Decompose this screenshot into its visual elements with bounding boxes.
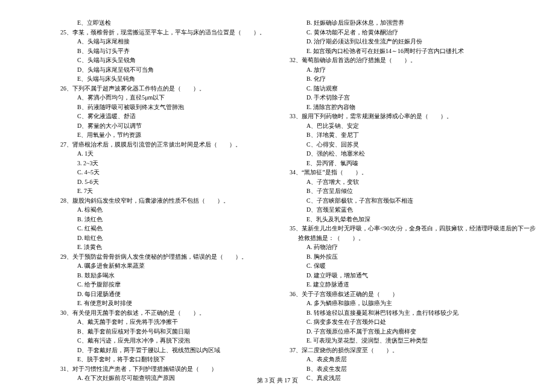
option-line: B. 鼓励多喝水 xyxy=(60,271,265,280)
option-line: D. 每日灌肠通便 xyxy=(60,289,265,299)
option-line: A、雾滴小而均匀，直径5μm以下 xyxy=(60,93,265,103)
option-line: D、手套戴好后，两手置于腰以上、视线范围以内区域 xyxy=(60,346,265,355)
question-line: 32、葡萄胎确诊后首选的治疗措施是（ ）。 xyxy=(290,55,536,65)
question-line: 33、服用下列药物时，需常规测量脉搏或心率的是（ ）。 xyxy=(290,112,536,121)
option-line: A. 1天 xyxy=(60,149,265,159)
option-line: D. 子宫颈原位癌不属于宫颈上皮内瘤样变 xyxy=(290,327,536,337)
option-line: B. 妊娠确诊后应卧床休息，加强营养 xyxy=(290,18,536,28)
option-line: D、头端与床尾呈锐不可当角 xyxy=(60,65,265,75)
option-line: D. 暗红色 xyxy=(60,233,265,243)
question-line: 37、深二度烧伤的损伤深度至（ ）。 xyxy=(290,346,536,355)
option-line: C、雾化液温暖、舒适 xyxy=(60,112,265,121)
option-line: E. 7天 xyxy=(60,186,265,196)
question-line: 29、关于预防盆骨骨折病人发生便秘的护理措施，错误的是（ ）。 xyxy=(60,252,265,262)
option-line: B、子宫呈后倾位 xyxy=(290,186,536,196)
option-line: B. 淡红色 xyxy=(60,215,265,224)
option-line: A. 放疗 xyxy=(290,65,536,75)
option-line: E、用氧量小，节约资源 xyxy=(60,130,265,140)
option-line: B. 转移途径以直接蔓延和淋巴转移为主，血行转移较少见 xyxy=(290,308,536,318)
option-line: C. 保暖 xyxy=(290,261,536,271)
option-line: C、头端与床头呈锐角 xyxy=(60,55,265,65)
option-line: B、表皮生发层 xyxy=(290,364,536,374)
option-line: B、洋地黄、奎尼丁 xyxy=(290,130,536,140)
option-line: D、雾量的大小可以调节 xyxy=(60,121,265,131)
option-line: A、戴无菌手套时，应先将手洗净擦干 xyxy=(60,317,265,327)
option-line: E. 淡黄色 xyxy=(60,242,265,252)
column-right: B. 妊娠确诊后应卧床休息，加强营养C. 黄体功能不足者，给黄体酮治疗D. 治疗… xyxy=(290,18,536,368)
option-line: 3. 2~3天 xyxy=(60,159,265,168)
column-left: E、立即送检25、李某，颈椎骨折，现需搬运至平车上，平车与床的适当位置是（ ）。… xyxy=(60,18,265,368)
option-line: E. 建立静脉通道 xyxy=(290,280,536,289)
option-line: E、脱手套时，将手套口翻转脱下 xyxy=(60,355,265,364)
option-line: D. 5-6天 xyxy=(60,177,265,187)
option-line: C. 4~5天 xyxy=(60,168,265,177)
page-footer: 第 3 页 共 17 页 xyxy=(0,376,555,385)
question-line: 27、肾癌根治术后，膜膜后引流管的正常拔出时间是术后（ ）。 xyxy=(60,140,265,150)
option-line: E、异丙肾、氯丙嗪 xyxy=(290,159,536,168)
question-line: 36、关于子宫颈癌叙述正确的是（ ） xyxy=(290,289,536,299)
option-line: C. 给予腹部按摩 xyxy=(60,280,265,289)
option-line: C、子宫峡部极软，子宫和宫颈似不相连 xyxy=(290,196,536,206)
option-line: D. 手术切除子宫 xyxy=(290,93,536,103)
question-line: 28、腹股沟斜疝发生绞窄时，疝囊渗液的性质不包括（ ）。 xyxy=(60,196,265,206)
page-columns: E、立即送检25、李某，颈椎骨折，现需搬运至平车上，平车与床的适当位置是（ ）。… xyxy=(60,18,525,368)
option-line: C、戴有污迹，应先用水冲净，再脱下浸泡 xyxy=(60,336,265,346)
option-line: A、表皮角质层 xyxy=(290,355,536,364)
question-line: 34、“黑加征”是指（ ）。 xyxy=(290,168,536,177)
option-line: A、巴比妥钠、安定 xyxy=(290,121,536,131)
question-line: 31、对于习惯性流产患者，下列护理措施错误的是（ ） xyxy=(60,364,265,374)
option-line: D. 建立呼吸，增加通气 xyxy=(290,271,536,280)
option-line: E、头端与床头呈钝角 xyxy=(60,74,265,84)
option-line: E. 清除宫腔内容物 xyxy=(290,103,536,112)
option-line: B. 胸外按压 xyxy=(290,252,536,262)
option-line: C. 红褐色 xyxy=(60,224,265,233)
option-line: D、强的松、地塞米松 xyxy=(290,149,536,159)
question-line: 30、有关使用无菌手套的叙述，不正确的是（ ）。 xyxy=(60,308,265,318)
option-line: E、立即送检 xyxy=(60,18,265,28)
option-line: E. 有便意时及时排便 xyxy=(60,299,265,308)
option-line: A. 嘱多进食新鲜水果蔬菜 xyxy=(60,261,265,271)
question-line: 26、下列不属于超声波雾化器工作特点的是（ ）。 xyxy=(60,84,265,93)
option-line: C、心得安、回苏灵 xyxy=(290,140,536,150)
option-line: A. 药物治疗 xyxy=(290,242,536,252)
question-line: 35、某新生儿出生时无呼吸，心率<90次/分，全身苍白，四肢瘫软，经清理呼吸道后… xyxy=(290,224,536,233)
option-line: E. 如宫颈内口松弛者可在妊娠14～16周时行子宫内口缝扎术 xyxy=(290,46,536,56)
option-line: A. 棕褐色 xyxy=(60,205,265,215)
option-line: A、子宫增大，变软 xyxy=(290,177,536,187)
option-line: B、头端与订头平齐 xyxy=(60,46,265,56)
option-line: D、宫颈呈紫蓝色 xyxy=(290,205,536,215)
question-line: 25、李某，颈椎骨折，现需搬运至平车上，平车与床的适当位置是（ ）。 xyxy=(60,28,265,37)
option-line: C. 黄体功能不足者，给黄体酮治疗 xyxy=(290,28,536,37)
option-line: B、戴手套前应核对手套外号码和灭菌日期 xyxy=(60,327,265,337)
option-line: A. 多为鳞癌和腺癌，以腺癌为主 xyxy=(290,299,536,308)
option-line: B. 化疗 xyxy=(290,74,536,84)
option-line: E、乳头及乳晕着色加深 xyxy=(290,215,536,224)
option-line: A、头端与床尾相接 xyxy=(60,37,265,46)
option-line: E. 可表现为菜花型、浸润型、溃疡型三种类型 xyxy=(290,336,536,346)
option-line: B、药液随呼吸可被吸到终末支气管肺泡 xyxy=(60,103,265,112)
option-line: C. 随访观察 xyxy=(290,84,536,93)
option-line: 抢救措施是：（ ）。 xyxy=(290,233,536,243)
option-line: D. 治疗期必须达到以往发生流产的妊娠月份 xyxy=(290,37,536,46)
option-line: C. 病变多发生在子宫颈外口处 xyxy=(290,317,536,327)
